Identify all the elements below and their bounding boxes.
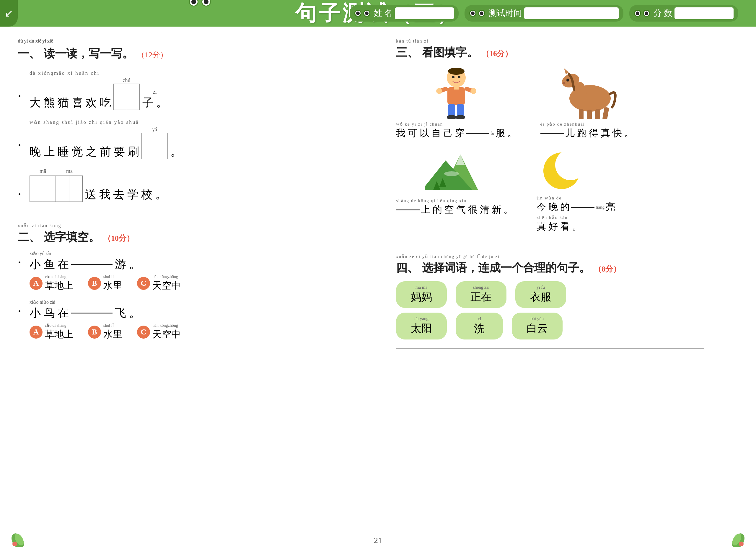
option-b2-pinyin: shuǐ lǐ [103,323,122,328]
boy-text2: 服 。 [496,127,517,140]
item1-box-group: zhú [113,77,140,110]
svg-point-12 [447,115,456,119]
s2-item1-sentence: 小 鱼 在 游 。 [29,257,360,272]
svg-marker-30 [456,155,465,165]
score-label: 分 数 [653,8,672,19]
item3-text: 送 我 去 学 校 。 [85,187,167,202]
moon-sentence1: 今 晚 的 liang 亮 [537,201,615,214]
item1-writebox [113,84,140,110]
option-b1: B shuǐ lǐ 水里 [88,274,122,292]
section2-item2: · xiǎo niǎo zài 小 鸟 在 飞 。 A cǎo dì shàng… [18,299,360,341]
option-a2: A cǎo dì shàng 草地上 [29,323,73,341]
option-a2-text-group: cǎo dì shàng 草地上 [45,323,73,341]
option-a1: A cǎo dì shàng 草地上 [29,274,73,292]
boy-blank [466,133,489,134]
time-input[interactable] [524,7,619,19]
boy-fu-pinyin: fu [491,131,494,136]
moon-liang-pinyin: liang [595,205,605,210]
moon-blank [571,207,594,208]
moon-text2: 真 好 看 。 [537,221,581,232]
item1-text: 大 熊 猫 喜 欢 吃 [29,95,111,110]
mountain-sentence-group: shàng de kōng qì hěn qīng xīn 上 的 空 气 很 … [396,198,513,216]
s2-item1-options: A cǎo dì shàng 草地上 B shuǐ lǐ 水里 [29,274,360,292]
svg-point-9 [470,88,476,94]
item3-boxes [29,175,83,202]
s2-item2-start: 小 鸟 在 [29,306,69,321]
s2-item2-blank [71,313,113,314]
svg-rect-23 [602,107,609,119]
svg-point-1 [448,68,464,75]
mountain-illustration [425,149,484,196]
horse-blank [541,133,564,134]
leaf-deco-br [730,529,747,547]
option-b1-pinyin: shuǐ lǐ [103,274,122,279]
word-chip-mama: mā ma 妈妈 [396,281,447,308]
svg-point-8 [436,88,442,94]
s2-item1-end: 游 。 [115,257,140,272]
answer-line [396,348,704,349]
corner-deco-bl [9,529,26,548]
option-c1-text-group: tiān kōngzhōng 天空中 [152,275,181,292]
section1-heading: 一、 读一读，写一写。 （12分） [18,46,360,61]
option-c2-circle: C [137,326,150,339]
item2-content: wǎn shang shuì jiào zhī qián yào shuā 晚 … [29,119,360,159]
chip-mama-text: 妈妈 [411,291,432,303]
item3-pinyin2: ma [56,168,83,174]
svg-point-3 [458,76,460,78]
column-divider [378,39,378,542]
item2-after: 。 [170,144,182,159]
frog-deco-1 [189,0,211,6]
section4-title-text: 选择词语，连成一个合理的句子。 [422,260,590,275]
chip-taiyang-pinyin: tài yáng [411,316,432,321]
svg-point-19 [563,82,566,84]
section3: kàn tú tián zì 三、 看图填字。 （16分） [396,39,738,233]
section2-item1: · xiǎo yú zài 小 鱼 在 游 。 A cǎo dì shàng 草… [18,251,360,292]
section1-item2: · wǎn shang shuì jiào zhī qián yào shuā … [18,119,360,159]
bullet-s2-2: · [18,303,21,319]
horse-item: ér pǎo de zhēnkuài 儿 跑 得 真 快 。 [541,66,634,140]
option-c1-pinyin: tiān kōngzhōng [152,275,181,279]
mountain-blank [396,210,420,210]
mountain-text: 上 的 空 气 很 清 新 。 [421,203,513,216]
item1-content: dà xióngmāo xǐ huān chī 大 熊 猫 喜 欢 吃 zhú … [29,70,360,110]
s2-item1-start: 小 鱼 在 [29,257,69,272]
section1-title: dú yi dú xiě yi xiě [18,39,360,44]
s2-item2-options: A cǎo dì shàng 草地上 B shuǐ lǐ 水里 [29,323,360,341]
word-chip-zhengzai: zhèng zài 正在 [456,281,506,308]
svg-rect-21 [587,110,592,119]
item1-after: 子 。 [142,95,168,110]
chip-yifu-pinyin: yī fu [530,285,551,290]
score-input[interactable] [675,7,734,19]
option-c2-text-group: tiān kōngzhōng 天空中 [152,323,181,341]
boy-sentence: 我 可 以 自 己 穿 fu 服 。 [396,127,517,140]
svg-rect-22 [595,109,600,119]
section1-pinyin: dú yi dú xiě yi xiě [18,39,53,44]
section3-heading: 三、 看图填字。 （16分） [396,45,738,60]
option-b2-circle: B [88,326,101,339]
time-label: 测试时间 [489,8,522,19]
bullet-s2-1: · [18,254,21,270]
mountain-sentence: 上 的 空 气 很 清 新 。 [396,203,513,216]
option-a2-circle: A [29,326,43,339]
header: ↙ 句子测试（三） 姓 名 [0,0,756,26]
section1-num: 一、 [18,46,40,61]
chip-baiyun-text: 白云 [526,322,548,334]
word-chip-xi: xǐ 洗 [456,313,503,339]
word-chip-baiyun: bái yún 白云 [512,313,563,339]
section4: xuǎn zé cí yǔ lián chéng yī gè hé lǐ de … [396,254,738,349]
item3-pinyin-row: mā ma [29,168,360,174]
corner-deco-br [730,529,747,548]
option-a2-text: 草地上 [45,329,73,339]
moon-item: jīn wǎn de 今 晚 的 liang 亮 zhēn hǎo kàn 真 … [537,149,615,233]
bullet3: · [18,186,21,202]
item2-box-pinyin: yá [152,126,157,133]
header-left-deco: ↙ [0,0,18,26]
svg-rect-5 [454,86,459,90]
section2-score: （10分） [103,233,134,243]
name-input[interactable] [395,7,454,19]
boy-item: wǒ kě yī zì jǐ chuān 我 可 以 自 己 穿 fu 服 。 [396,66,517,140]
option-b1-text: 水里 [103,280,122,291]
option-b2-text-group: shuǐ lǐ 水里 [103,323,122,341]
item1-sentence-pinyin: dà xióngmāo xǐ huān chī [29,70,360,76]
svg-rect-4 [447,87,465,105]
